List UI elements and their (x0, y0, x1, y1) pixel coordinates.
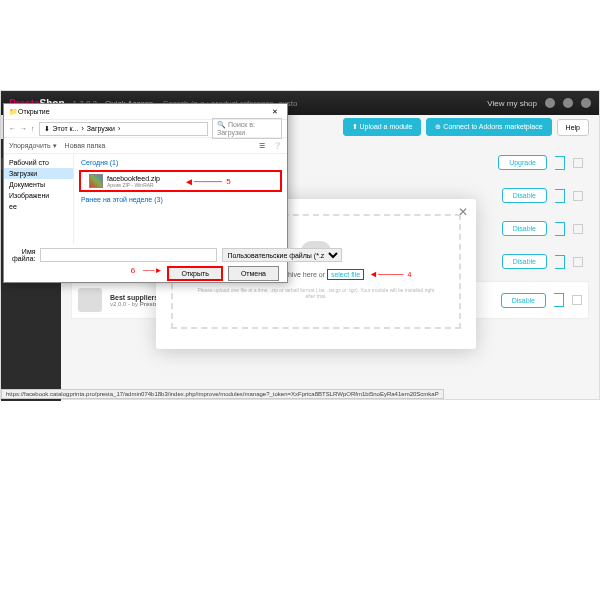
help-button[interactable]: Help (557, 119, 589, 136)
tree-item[interactable]: Рабочий сто (4, 157, 73, 168)
disable-button[interactable]: Disable (502, 221, 547, 236)
upload-module-button[interactable]: ⬆ Upload a module (343, 118, 422, 136)
view-shop-link[interactable]: View my shop (487, 99, 537, 108)
close-icon[interactable]: ✕ (268, 108, 282, 116)
nav-up-icon[interactable]: ↑ (31, 125, 35, 132)
filename-label: Имя файла: (12, 248, 35, 262)
file-group[interactable]: Ранее на этой неделе (3) (77, 194, 284, 205)
file-type: Архив ZIP - WinRAR (107, 182, 160, 188)
zip-file-icon (89, 174, 103, 188)
file-list: Сегодня (1) facebookfeed.zip Архив ZIP -… (74, 154, 287, 244)
tree-item[interactable]: ее (4, 201, 73, 212)
download-icon: ⬇ (44, 125, 50, 133)
open-button[interactable]: Открыть (167, 266, 223, 281)
folder-icon: 📁 (9, 108, 18, 116)
help-icon[interactable]: ❔ (273, 142, 282, 150)
filetype-select[interactable]: Пользовательские файлы (*.z ▾ (222, 248, 342, 262)
file-name: facebookfeed.zip (107, 175, 160, 182)
select-file-link[interactable]: select file (327, 269, 364, 280)
disable-button[interactable]: Disable (501, 293, 546, 308)
annotation-label: 4 (407, 271, 411, 278)
dialog-title: Открытие (18, 108, 268, 115)
tree-item[interactable]: Документы (4, 179, 73, 190)
file-item[interactable]: facebookfeed.zip Архив ZIP - WinRAR ◄───… (79, 170, 282, 192)
file-group[interactable]: Сегодня (1) (77, 157, 284, 168)
module-icon (78, 288, 102, 312)
organize-menu[interactable]: Упорядочить ▾ (9, 142, 57, 150)
filename-input[interactable] (40, 248, 217, 262)
annotation-arrow: ◄──── (369, 269, 403, 279)
upgrade-button[interactable]: Upgrade (498, 155, 547, 170)
new-folder-button[interactable]: Новая папка (65, 142, 106, 149)
row-checkbox[interactable] (573, 191, 583, 201)
breadcrumb[interactable]: ⬇ Этот к... › Загрузки › (39, 122, 209, 136)
row-checkbox[interactable] (573, 224, 583, 234)
dropdown-toggle[interactable] (555, 222, 565, 236)
dropdown-toggle[interactable] (554, 293, 564, 307)
dropdown-toggle[interactable] (555, 255, 565, 269)
row-checkbox[interactable] (573, 158, 583, 168)
notification-icon[interactable] (545, 98, 555, 108)
dropdown-toggle[interactable] (555, 189, 565, 203)
cancel-button[interactable]: Отмена (228, 266, 279, 281)
nav-fwd-icon[interactable]: → (20, 125, 27, 132)
status-bar-url: https://facebook.catalogprinta.pro/prest… (1, 389, 444, 399)
disable-button[interactable]: Disable (502, 254, 547, 269)
dropdown-toggle[interactable] (555, 156, 565, 170)
trophy-icon[interactable] (563, 98, 573, 108)
search-input[interactable]: 🔍 Поиск в: Загрузки (212, 118, 282, 139)
disable-button[interactable]: Disable (502, 188, 547, 203)
file-open-dialog: 📁 Открытие ✕ ← → ↑ ⬇ Этот к... › Загрузк… (3, 103, 288, 283)
avatar[interactable] (581, 98, 591, 108)
connect-addons-button[interactable]: ⊕ Connect to Addons marketplace (426, 118, 551, 136)
tree-item[interactable]: Загрузки (4, 168, 73, 179)
view-icon[interactable]: ☰ (259, 142, 265, 150)
row-checkbox[interactable] (573, 257, 583, 267)
upload-hint: Please upload one file at a time, .zip o… (193, 287, 439, 299)
nav-back-icon[interactable]: ← (9, 125, 16, 132)
row-checkbox[interactable] (572, 295, 582, 305)
close-icon[interactable]: ✕ (458, 205, 468, 219)
annotation-arrow: ──► (143, 266, 162, 281)
annotation-label: 6 (131, 266, 135, 281)
folder-tree: Рабочий сто Загрузки Документы Изображен… (4, 154, 74, 244)
annotation-arrow: ◄──── (184, 176, 222, 187)
tree-item[interactable]: Изображени (4, 190, 73, 201)
annotation-label: 5 (226, 177, 230, 186)
